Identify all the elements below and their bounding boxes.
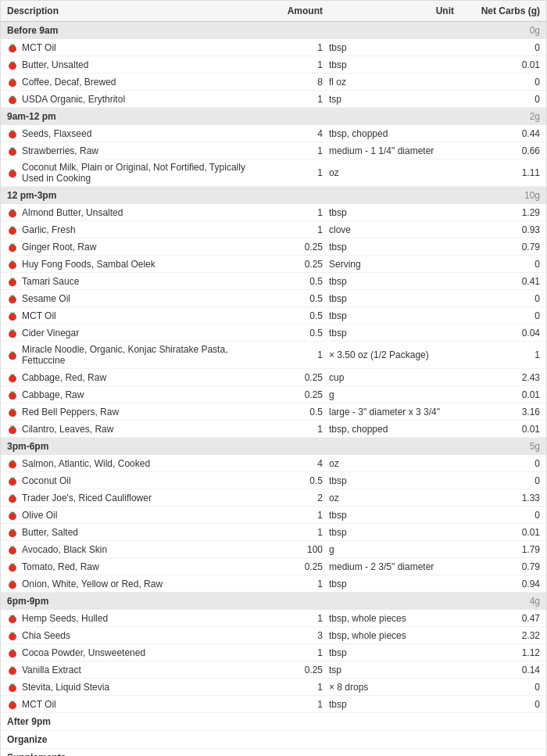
food-row[interactable]: Salmon, Atlantic, Wild, Cooked 4 oz 0: [1, 455, 546, 472]
tomato-icon: [7, 458, 18, 469]
food-netcarbs: 0.04: [454, 328, 540, 339]
food-netcarbs: 0: [454, 77, 540, 88]
tomato-icon: [7, 372, 18, 383]
svg-rect-1: [13, 44, 13, 45]
food-row[interactable]: Hemp Seeds, Hulled 1 tbsp, whole pieces …: [1, 610, 546, 627]
food-unit: tsp: [329, 665, 454, 675]
food-name: MCT Oil: [22, 310, 56, 321]
food-row[interactable]: Sesame Oil 0.5 tbsp 0: [1, 290, 546, 307]
food-netcarbs: 2.43: [454, 372, 540, 383]
svg-rect-39: [13, 425, 13, 427]
food-description: Almond Butter, Unsalted: [7, 207, 266, 218]
food-row[interactable]: Coffee, Decaf, Brewed 8 fl oz 0: [1, 73, 546, 91]
food-netcarbs: 0: [454, 42, 540, 53]
food-row[interactable]: MCT Oil 1 tbsp 0: [1, 39, 546, 56]
food-amount: 0.5: [266, 293, 329, 304]
food-name: Tomato, Red, Raw: [22, 561, 99, 572]
tomato-icon: [7, 42, 18, 53]
food-row[interactable]: Seeds, Flaxseed 4 tbsp, chopped 0.44: [1, 125, 546, 142]
header-unit: Unit: [329, 5, 454, 16]
section-carbs: 2g: [454, 111, 540, 122]
food-amount: 1: [266, 224, 329, 235]
food-row[interactable]: Garlic, Fresh 1 clove 0.93: [1, 221, 546, 238]
tomato-icon: [7, 207, 18, 218]
food-row[interactable]: Butter, Unsalted 1 tbsp 0.01: [1, 56, 546, 73]
section-amount-placeholder: [266, 596, 329, 607]
svg-point-50: [9, 546, 16, 554]
food-netcarbs: 0: [454, 510, 540, 521]
food-unit: fl oz: [329, 77, 454, 88]
food-netcarbs: 0.01: [454, 527, 540, 538]
food-row[interactable]: Cabbage, Raw 0.25 g 0.01: [1, 386, 546, 403]
food-row[interactable]: Cilantro, Leaves, Raw 1 tbsp, chopped 0.…: [1, 421, 546, 438]
food-name: Huy Fong Foods, Sambal Oelek: [22, 259, 156, 270]
food-description: Trader Joe's, Riced Cauliflower: [7, 493, 266, 503]
food-netcarbs: 1: [454, 349, 540, 360]
food-name: Ginger Root, Raw: [22, 242, 96, 253]
food-row[interactable]: Avocado, Black Skin 100 g 1.79: [1, 541, 546, 558]
food-row[interactable]: Vanilla Extract 0.25 tsp 0.14: [1, 661, 546, 679]
food-row[interactable]: Onion, White, Yellow or Red, Raw 1 tbsp …: [1, 575, 546, 593]
tomato-icon: [7, 407, 18, 417]
food-row[interactable]: Cider Vinegar 0.5 tbsp 0.04: [1, 324, 546, 342]
food-unit: g: [329, 389, 454, 400]
food-amount: 0.25: [266, 389, 329, 400]
food-row[interactable]: Tomato, Red, Raw 0.25 medium - 2 3/5" di…: [1, 558, 546, 575]
food-row[interactable]: Huy Fong Foods, Sambal Oelek 0.25 Servin…: [1, 256, 546, 273]
food-netcarbs: 0.94: [454, 579, 540, 589]
food-description: Stevita, Liquid Stevia: [7, 682, 266, 693]
svg-point-20: [9, 261, 16, 269]
food-name: Cocoa Powder, Unsweetened: [22, 647, 145, 658]
food-netcarbs: 0: [454, 458, 540, 469]
food-name: Cilantro, Leaves, Raw: [22, 424, 113, 435]
svg-rect-9: [13, 130, 13, 131]
section-amount-placeholder: [266, 190, 329, 201]
svg-point-22: [9, 278, 16, 286]
food-name: Red Bell Peppers, Raw: [22, 407, 119, 417]
food-name: Cabbage, Red, Raw: [22, 372, 106, 383]
section-label: 6pm-9pm: [7, 596, 266, 607]
food-row[interactable]: Olive Oil 1 tbsp 0: [1, 507, 546, 524]
food-unit: oz: [329, 167, 454, 178]
svg-point-48: [9, 529, 16, 537]
food-row[interactable]: Tamari Sauce 0.5 tbsp 0.41: [1, 273, 546, 290]
food-name: Butter, Unsalted: [22, 59, 88, 70]
food-netcarbs: 0: [454, 682, 540, 693]
svg-rect-49: [13, 528, 13, 530]
food-row[interactable]: USDA Organic, Erythritol 1 tsp 0: [1, 91, 546, 108]
food-row[interactable]: MCT Oil 0.5 tbsp 0: [1, 307, 546, 324]
food-description: Butter, Salted: [7, 527, 266, 538]
section-unit-placeholder: [329, 190, 454, 201]
food-row[interactable]: Trader Joe's, Riced Cauliflower 2 oz 1.3…: [1, 489, 546, 507]
food-row[interactable]: Almond Butter, Unsalted 1 tbsp 1.29: [1, 204, 546, 221]
food-row[interactable]: Cabbage, Red, Raw 0.25 cup 2.43: [1, 369, 546, 386]
svg-rect-19: [13, 243, 13, 245]
svg-point-66: [9, 701, 16, 709]
food-amount: 3: [266, 630, 329, 641]
svg-rect-45: [13, 494, 13, 496]
food-row[interactable]: Cocoa Powder, Unsweetened 1 tbsp 1.12: [1, 644, 546, 661]
food-amount: 1: [266, 349, 329, 360]
food-row[interactable]: Red Bell Peppers, Raw 0.5 large - 3" dia…: [1, 403, 546, 421]
tomato-icon: [7, 527, 18, 538]
svg-point-46: [9, 512, 16, 520]
food-description: Cabbage, Red, Raw: [7, 372, 266, 383]
tomato-icon: [7, 94, 18, 105]
food-row[interactable]: Butter, Salted 1 tbsp 0.01: [1, 524, 546, 541]
food-row[interactable]: Coconut Milk, Plain or Original, Not For…: [1, 159, 546, 187]
food-row[interactable]: Ginger Root, Raw 0.25 tbsp 0.79: [1, 238, 546, 256]
food-netcarbs: 1.12: [454, 647, 540, 658]
food-description: Chia Seeds: [7, 630, 266, 641]
food-row[interactable]: Chia Seeds 3 tbsp, whole pieces 2.32: [1, 627, 546, 644]
svg-rect-63: [13, 666, 13, 668]
food-amount: 0.5: [266, 475, 329, 486]
food-row[interactable]: Coconut Oil 0.5 tbsp 0: [1, 472, 546, 489]
food-name: Hemp Seeds, Hulled: [22, 613, 108, 624]
food-row[interactable]: Strawberries, Raw 1 medium - 1 1/4" diam…: [1, 142, 546, 159]
food-row[interactable]: Stevita, Liquid Stevia 1 × 8 drops 0: [1, 679, 546, 696]
food-row[interactable]: MCT Oil 1 tbsp 0: [1, 696, 546, 713]
svg-rect-15: [13, 209, 13, 210]
food-name: Onion, White, Yellow or Red, Raw: [22, 579, 163, 589]
food-row[interactable]: Miracle Noodle, Organic, Konjac Shiratak…: [1, 342, 546, 369]
food-description: Avocado, Black Skin: [7, 544, 266, 555]
